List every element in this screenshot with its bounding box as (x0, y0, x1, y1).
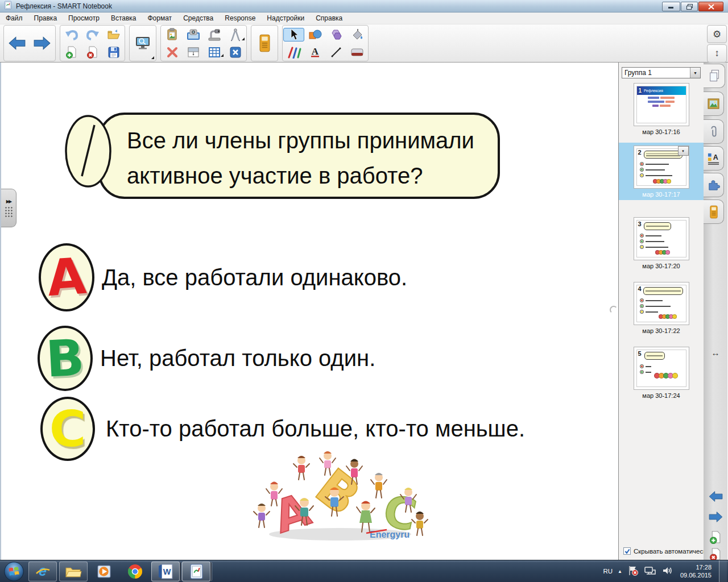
side-tab-strip: A ↔ (704, 63, 727, 560)
shapes-tool-button[interactable] (304, 29, 325, 40)
clicker-icon (259, 34, 270, 52)
slide-item-4[interactable]: 4 мар 30-17:22 (619, 282, 704, 334)
polygon-tool-button[interactable] (325, 29, 346, 40)
kids-abc-clipart[interactable]: A B C Energyru (249, 448, 432, 543)
screen-display-button[interactable] (130, 26, 155, 60)
restore-button[interactable] (681, 2, 698, 11)
line-tool-button[interactable] (325, 47, 346, 58)
menu-format[interactable]: Формат (142, 13, 177, 23)
slide-3-thumbnail[interactable]: 3 (636, 220, 686, 257)
show-hidden-icons-button[interactable]: ▲ (618, 569, 622, 574)
autohide-checkbox[interactable] (623, 547, 631, 555)
window-controls (662, 2, 723, 11)
text-tool-button[interactable]: A (304, 46, 325, 59)
select-tool-button[interactable] (283, 28, 304, 41)
page-sorter-panel: Группа 1 ▼ 1 Рефлексия мар 30-17:16 (619, 63, 704, 560)
slide-2-frame[interactable]: ▼ 2 (634, 146, 689, 189)
menu-view[interactable]: Просмотр (63, 13, 105, 23)
option-row-a[interactable]: A Да, все работали одинаково. (39, 243, 407, 311)
slide-5-frame[interactable]: 5 (634, 347, 689, 390)
response-clicker-button[interactable] (252, 26, 277, 60)
slide-item-5[interactable]: 5 мар 30-17:24 (619, 347, 704, 399)
slide-3-frame[interactable]: 3 (634, 217, 689, 260)
delete-page-icon (709, 548, 722, 561)
menu-response[interactable]: Response (219, 13, 261, 23)
slide-5-thumbnail[interactable]: 5 (636, 350, 686, 387)
slide-item-3[interactable]: 3 мар 30-17:20 (619, 217, 704, 269)
taskbar-internet-explorer[interactable]: e (28, 562, 57, 581)
taskbar-media-player[interactable] (90, 562, 118, 581)
quick-previous-page-button[interactable] (706, 488, 725, 505)
group-selector[interactable]: Группа 1 ▼ (622, 67, 701, 78)
slide-4-frame[interactable]: 4 (634, 282, 689, 325)
kid-figure (371, 473, 387, 498)
add-page-button[interactable] (61, 46, 82, 59)
language-indicator[interactable]: RU (603, 568, 613, 575)
show-desktop-button[interactable] (719, 560, 727, 582)
next-page-button[interactable] (30, 26, 55, 60)
delete-object-button[interactable] (162, 47, 183, 58)
question-bubble[interactable]: Все ли члены группы принимали активное у… (98, 113, 500, 199)
insert-table-button[interactable] (204, 47, 225, 58)
move-toolbar-button[interactable]: ↕ (707, 44, 727, 63)
tab-attachments[interactable] (704, 119, 724, 144)
floating-tools-handle[interactable]: ▶▶ (1, 189, 16, 227)
tray-clock[interactable]: 17:28 09.06.2015 (680, 563, 712, 579)
pens-tool-button[interactable] (283, 46, 304, 59)
menu-edit[interactable]: Правка (28, 13, 63, 23)
slide-1-thumbnail[interactable]: 1 Рефлексия (636, 86, 686, 123)
menu-addons[interactable]: Надстройки (261, 13, 310, 23)
taskbar-chrome[interactable] (121, 562, 149, 581)
screen-shade-button[interactable] (183, 47, 204, 58)
tab-properties[interactable]: A (704, 146, 724, 171)
panel-resize-handle[interactable]: ↔ (704, 348, 727, 357)
slide-item-2-selected[interactable]: ▼ 2 мар 30-17:17 (619, 143, 704, 200)
menu-file[interactable]: Файл (0, 13, 28, 23)
mini-text-bars (637, 105, 686, 107)
save-button[interactable] (103, 46, 124, 59)
question-line-2: активное участие в работе? (127, 158, 498, 193)
slide-4-thumbnail[interactable]: 4 (636, 285, 686, 322)
slide-1-frame[interactable]: 1 Рефлексия (634, 83, 689, 126)
slash-oval-marker[interactable] (64, 114, 112, 189)
volume-icon[interactable] (661, 566, 673, 577)
tab-page-sorter[interactable] (704, 64, 725, 88)
minimize-button[interactable] (662, 2, 680, 11)
eraser-tool-button[interactable] (346, 47, 367, 57)
quick-next-page-button[interactable] (706, 508, 725, 526)
tab-response[interactable] (704, 199, 724, 224)
action-center-flag-icon[interactable] (627, 565, 639, 577)
option-row-b[interactable]: B Нет, работал только один. (38, 326, 375, 391)
menu-help[interactable]: Справка (310, 13, 348, 23)
quick-add-page-button[interactable] (706, 529, 725, 546)
taskbar-smart-notebook[interactable] (182, 562, 210, 581)
delete-page-button[interactable] (82, 46, 103, 59)
page-menu-button[interactable]: ▼ (678, 146, 689, 156)
open-file-button[interactable] (103, 29, 124, 40)
svg-text:A: A (311, 46, 318, 57)
taskbar-file-explorer[interactable] (59, 562, 88, 581)
document-camera-button[interactable] (204, 28, 225, 41)
redo-button[interactable] (82, 29, 103, 40)
drag-grip-icon (5, 206, 13, 217)
paste-button[interactable] (162, 28, 183, 41)
group-selector-dropdown[interactable]: ▼ (690, 68, 700, 78)
tab-gallery[interactable] (704, 92, 724, 116)
polygon-icon (329, 29, 343, 40)
start-button[interactable] (0, 561, 27, 582)
tab-addons[interactable] (704, 173, 724, 197)
hide-toolbar-button[interactable] (225, 47, 246, 58)
customize-toolbar-button[interactable]: ⚙ (707, 25, 727, 43)
close-button[interactable] (698, 2, 723, 11)
screen-capture-button[interactable] (183, 28, 204, 41)
slide-item-1[interactable]: 1 Рефлексия мар 30-17:16 (619, 83, 704, 135)
menu-insert[interactable]: Вставка (105, 13, 142, 23)
measurement-tools-button[interactable] (225, 28, 246, 41)
previous-page-button[interactable] (5, 26, 30, 60)
network-status-icon[interactable] (644, 566, 656, 577)
slide-canvas[interactable]: ▶▶ Все ли члены группы принимали активно… (0, 63, 619, 560)
menu-tools[interactable]: Средства (177, 13, 219, 23)
taskbar-word[interactable]: W (151, 562, 180, 581)
fill-tool-button[interactable] (346, 28, 367, 41)
undo-button[interactable] (61, 29, 82, 40)
